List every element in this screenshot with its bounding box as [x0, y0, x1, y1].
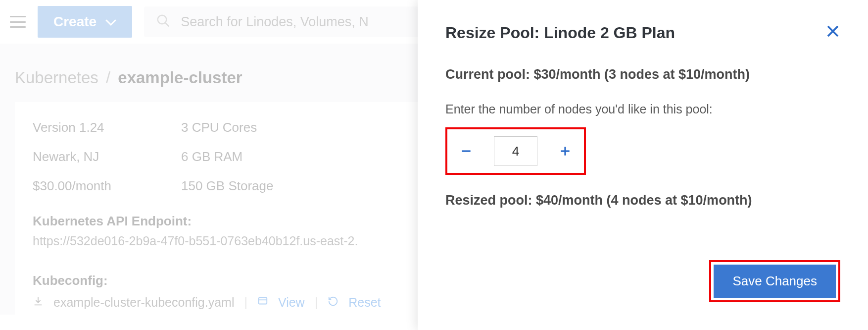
cluster-version: Version 1.24	[33, 120, 161, 135]
save-changes-button[interactable]: Save Changes	[714, 265, 836, 298]
breadcrumb-root[interactable]: Kubernetes	[15, 68, 98, 87]
close-icon[interactable]	[825, 24, 840, 41]
menu-icon[interactable]	[10, 16, 26, 28]
reset-link[interactable]: Reset	[348, 295, 381, 310]
reset-icon[interactable]	[328, 295, 338, 310]
breadcrumb-leaf: example-cluster	[118, 68, 242, 87]
svg-point-0	[158, 15, 167, 24]
create-label: Create	[53, 14, 96, 30]
create-button[interactable]: Create	[38, 6, 132, 38]
cluster-price: $30.00/month	[33, 178, 161, 194]
chevron-down-icon	[105, 14, 116, 30]
kubeconfig-filename[interactable]: example-cluster-kubeconfig.yaml	[53, 295, 234, 310]
view-link[interactable]: View	[278, 295, 305, 310]
view-icon[interactable]	[257, 295, 268, 310]
breadcrumb-separator: /	[106, 68, 110, 87]
node-count-input[interactable]	[494, 136, 537, 166]
search-icon	[156, 13, 171, 30]
svg-line-1	[165, 23, 169, 27]
decrement-button[interactable]	[456, 141, 476, 161]
node-count-stepper	[445, 127, 586, 175]
cluster-location: Newark, NJ	[33, 149, 161, 165]
drawer-title: Resize Pool: Linode 2 GB Plan	[445, 24, 675, 42]
download-icon[interactable]	[33, 295, 44, 310]
increment-button[interactable]	[555, 141, 575, 161]
current-pool-text: Current pool: $30/month (3 nodes at $10/…	[445, 67, 840, 82]
svg-rect-2	[259, 298, 267, 304]
resize-pool-drawer: Resize Pool: Linode 2 GB Plan Current po…	[418, 0, 868, 330]
resized-pool-text: Resized pool: $40/month (4 nodes at $10/…	[445, 193, 840, 208]
node-count-instruction: Enter the number of nodes you'd like in …	[445, 102, 840, 116]
